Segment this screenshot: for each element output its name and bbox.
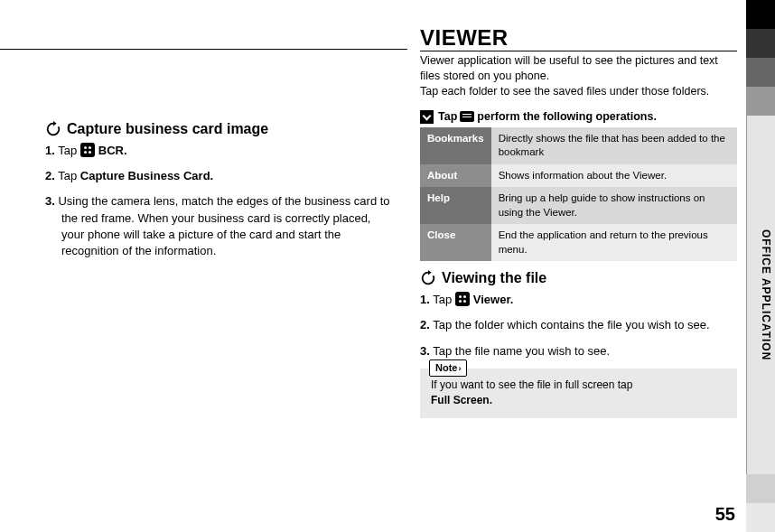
step-1: 1. Tap ➔ BCR. xyxy=(45,143,395,159)
rotate-icon xyxy=(45,121,61,137)
tab-segment[interactable] xyxy=(746,87,775,116)
step-2: 2. Tap Capture Business Card. xyxy=(45,168,395,184)
active-tab-office-application[interactable]: OFFICE APPLICATION xyxy=(746,116,775,474)
tab-segment[interactable] xyxy=(746,29,775,58)
step-2: 2. Tap the folder which contains the fil… xyxy=(420,317,737,333)
tab-segment[interactable] xyxy=(746,0,775,29)
down-arrow-icon xyxy=(420,110,434,124)
section-tabs: OFFICE APPLICATION xyxy=(746,0,775,532)
divider-rule xyxy=(0,49,407,50)
right-column: VIEWER Viewer application will be useful… xyxy=(407,0,775,532)
operations-table: BookmarksDirectly shows the file that ha… xyxy=(420,127,737,262)
menu-icon xyxy=(460,111,474,122)
steps-list-right: 1. Tap ➔ Viewer. 2. Tap the folder which… xyxy=(420,292,737,359)
step-3: 3. Using the camera lens, match the edge… xyxy=(45,193,395,259)
operations-heading: Tap perform the following operations. xyxy=(420,110,737,124)
note-box: Note› If you want to see the file in ful… xyxy=(420,369,737,419)
tab-segment[interactable] xyxy=(746,503,775,532)
note-label: Note› xyxy=(429,359,467,377)
heading-text: Capture business card image xyxy=(67,121,268,137)
table-row: CloseEnd the application and return to t… xyxy=(420,224,737,261)
chevron-right-icon: › xyxy=(458,364,461,373)
left-column: Capture business card image 1. Tap ➔ BCR… xyxy=(0,0,407,532)
table-row: AboutShows information about the Viewer. xyxy=(420,164,737,188)
section-title-viewer: VIEWER xyxy=(420,25,737,51)
apps-icon xyxy=(80,143,95,157)
heading-capture-card: Capture business card image xyxy=(45,121,395,137)
heading-text: Viewing the file xyxy=(442,270,546,286)
page-number: 55 xyxy=(715,504,735,525)
heading-viewing-file: Viewing the file xyxy=(420,270,737,286)
viewer-intro: Viewer application will be useful to see… xyxy=(420,53,737,99)
apps-icon xyxy=(455,292,470,306)
step-1: 1. Tap ➔ Viewer. xyxy=(420,292,737,308)
steps-list-left: 1. Tap ➔ BCR. 2. Tap Capture Business Ca… xyxy=(45,143,395,259)
rotate-icon xyxy=(420,270,436,286)
step-3: 3. Tap the file name you wish to see. xyxy=(420,343,737,359)
tab-segment[interactable] xyxy=(746,58,775,87)
table-row: BookmarksDirectly shows the file that ha… xyxy=(420,127,737,164)
table-row: HelpBring up a help guide to show instru… xyxy=(420,187,737,224)
tab-segment[interactable] xyxy=(746,474,775,503)
